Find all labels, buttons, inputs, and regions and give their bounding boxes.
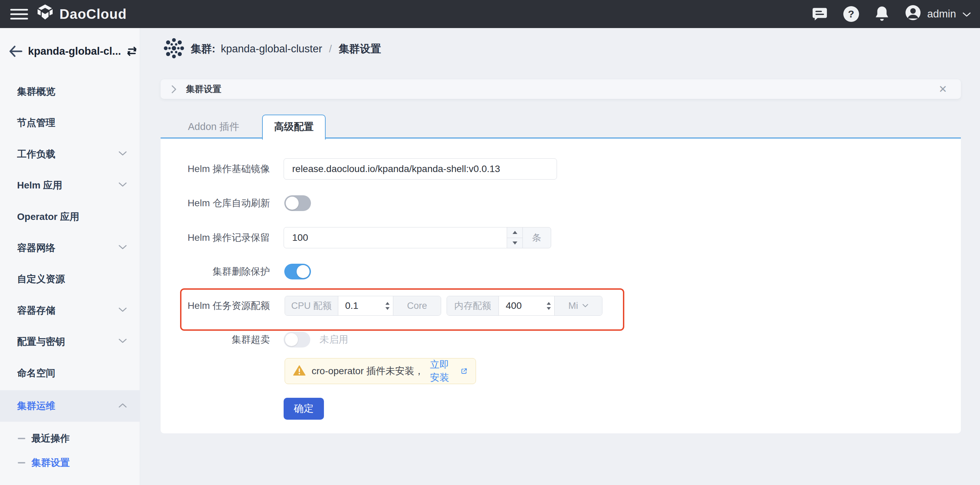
delete-protection-toggle[interactable]	[284, 264, 311, 279]
chevron-down-icon	[118, 151, 127, 158]
oversell-label: 集群超卖	[161, 333, 270, 346]
settings-tabs: Addon 插件 高级配置	[161, 115, 961, 139]
install-now-label: 立即安装	[430, 358, 458, 384]
memory-quota-input[interactable]: 400	[506, 300, 522, 311]
cpu-quota-group: CPU 配额 0.1 Core	[285, 296, 441, 316]
sidebar: kpanda-global-cl... 集群概览 节点管理 工作负载 Helm …	[0, 28, 140, 485]
helm-repo-refresh-toggle[interactable]	[284, 195, 311, 211]
feedback-icon[interactable]	[812, 6, 827, 22]
subitem-dash-icon	[18, 462, 25, 463]
brand-name: DaoCloud	[59, 6, 127, 22]
sidebar-subitem-label: 最近操作	[32, 432, 70, 445]
sidebar-item-config-secrets[interactable]: 配置与密钥	[0, 326, 140, 357]
tab-addon-plugins[interactable]: Addon 插件	[161, 115, 267, 139]
step-up-icon[interactable]	[547, 302, 551, 305]
sidebar-item-label: 集群概览	[17, 85, 56, 98]
hamburger-menu-icon[interactable]	[10, 9, 28, 20]
install-now-link[interactable]: 立即安装	[430, 358, 468, 384]
sidebar-item-label: 容器存储	[17, 304, 56, 317]
settings-panel-header: 集群设置 ✕	[161, 79, 961, 99]
back-arrow-icon[interactable]	[9, 45, 22, 57]
breadcrumb-cluster-link[interactable]: kpanda-global-cluster	[221, 43, 322, 55]
step-down-icon[interactable]	[547, 307, 551, 310]
step-down-icon[interactable]	[507, 238, 522, 248]
sidebar-item-label: 集群运维	[17, 399, 56, 413]
step-down-icon[interactable]	[385, 307, 390, 310]
cluster-switcher-row: kpanda-global-cl...	[0, 38, 140, 65]
helm-image-input[interactable]: release.daocloud.io/kpanda/kpanda-shell:…	[283, 158, 557, 180]
sidebar-item-label: Helm 应用	[17, 179, 62, 192]
cpu-quota-input-wrap: 0.1	[338, 296, 393, 315]
warning-icon	[293, 365, 305, 377]
delete-protection-label: 集群删除保护	[161, 265, 270, 278]
alert-message: cro-operator 插件未安装，	[312, 365, 424, 378]
sidebar-subitem-cluster-settings[interactable]: 集群设置	[0, 447, 140, 478]
sidebar-item-custom-resources[interactable]: 自定义资源	[0, 263, 140, 295]
cpu-quota-unit: Core	[393, 296, 441, 315]
stepper	[385, 296, 390, 315]
breadcrumb: 集群: kpanda-global-cluster / 集群设置	[163, 38, 381, 60]
avatar	[905, 5, 921, 24]
chevron-down-icon	[582, 304, 589, 308]
sidebar-item-label: 节点管理	[17, 116, 56, 129]
sidebar-item-label: 工作负载	[17, 148, 56, 161]
cpu-quota-prefix: CPU 配额	[285, 296, 338, 315]
sidebar-item-helm-apps[interactable]: Helm 应用	[0, 170, 140, 201]
panel-title: 集群设置	[186, 83, 221, 95]
memory-quota-prefix: 内存配额	[447, 296, 499, 315]
helm-image-label: Helm 操作基础镜像	[161, 162, 270, 176]
chevron-down-icon	[962, 8, 971, 20]
brand-logo[interactable]: DaoCloud	[35, 0, 127, 28]
chevron-down-icon	[118, 307, 127, 314]
user-menu[interactable]: admin	[905, 5, 971, 24]
confirm-button[interactable]: 确定	[283, 398, 324, 420]
sidebar-item-operator-apps[interactable]: Operator 应用	[0, 201, 140, 232]
sidebar-item-cluster-ops[interactable]: 集群运维	[0, 390, 140, 422]
chevron-up-icon	[118, 402, 127, 409]
step-up-icon[interactable]	[385, 302, 390, 305]
stepper	[507, 227, 522, 248]
help-icon[interactable]: ?	[843, 6, 859, 22]
sidebar-item-namespaces[interactable]: 命名空间	[0, 357, 140, 389]
breadcrumb-separator: /	[328, 43, 333, 55]
sidebar-item-node-management[interactable]: 节点管理	[0, 107, 140, 138]
helm-history-control: 100 条	[283, 227, 551, 248]
collapse-chevron-right-icon[interactable]	[171, 85, 177, 94]
helm-history-unit: 条	[522, 227, 551, 248]
sidebar-item-label: 容器网络	[17, 241, 56, 254]
sidebar-item-container-network[interactable]: 容器网络	[0, 232, 140, 263]
chevron-down-icon	[118, 338, 127, 345]
oversell-toggle[interactable]	[283, 332, 310, 348]
oversell-status-text: 未启用	[320, 333, 348, 346]
helm-history-label: Helm 操作记录保留	[161, 231, 270, 244]
stepper	[547, 296, 551, 315]
current-cluster-name: kpanda-global-cl...	[28, 45, 121, 57]
plugin-warning-alert: cro-operator 插件未安装， 立即安装	[285, 358, 476, 384]
helm-repo-refresh-label: Helm 仓库自动刷新	[161, 196, 270, 210]
username: admin	[928, 8, 956, 20]
step-up-icon[interactable]	[507, 227, 522, 238]
breadcrumb-current: 集群设置	[339, 42, 381, 56]
memory-quota-unit-select[interactable]: Mi	[554, 296, 602, 315]
sidebar-subitem-label: 集群设置	[32, 456, 70, 469]
helm-history-input[interactable]: 100	[292, 232, 308, 243]
memory-quota-input-wrap: 400	[499, 296, 554, 315]
sidebar-item-workloads[interactable]: 工作负载	[0, 139, 140, 170]
sidebar-item-cluster-overview[interactable]: 集群概览	[0, 76, 140, 107]
subitem-dash-icon	[18, 438, 25, 439]
sidebar-item-label: Operator 应用	[17, 211, 79, 223]
chevron-down-icon	[118, 182, 127, 189]
notification-bell-icon[interactable]	[875, 6, 889, 22]
switch-cluster-icon[interactable]	[126, 45, 138, 57]
sidebar-item-label: 配置与密钥	[17, 335, 65, 348]
tab-advanced-config[interactable]: 高级配置	[262, 115, 326, 140]
cluster-dots-icon	[163, 37, 185, 61]
cpu-quota-input[interactable]: 0.1	[345, 300, 358, 311]
task-quota-label: Helm 任务资源配额	[161, 299, 270, 313]
daocloud-logo-icon	[35, 4, 55, 24]
breadcrumb-prefix: 集群:	[191, 42, 215, 56]
sidebar-item-container-storage[interactable]: 容器存储	[0, 295, 140, 326]
topbar: DaoCloud ? admin	[0, 0, 980, 28]
close-icon[interactable]: ✕	[939, 79, 947, 99]
memory-quota-group: 内存配额 400 Mi	[447, 296, 603, 316]
